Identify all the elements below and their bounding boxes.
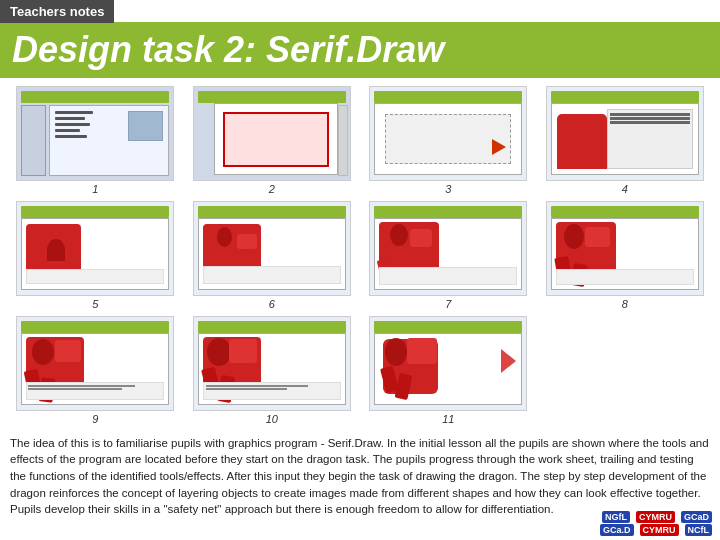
- description-area: The idea of this is to familiarise pupil…: [0, 429, 720, 522]
- thumb-number-11: 11: [442, 413, 454, 425]
- thumb-number-9: 9: [92, 413, 98, 425]
- thumb-number-8: 8: [622, 298, 628, 310]
- thumb-number-2: 2: [269, 183, 275, 195]
- thumb-number-6: 6: [269, 298, 275, 310]
- logo-cymru-2: CYMRU: [640, 524, 679, 536]
- thumbnail-11[interactable]: 11: [363, 316, 534, 425]
- thumb-number-10: 10: [266, 413, 278, 425]
- thumb-number-7: 7: [445, 298, 451, 310]
- thumb-number-5: 5: [92, 298, 98, 310]
- thumb-number-4: 4: [622, 183, 628, 195]
- thumbnail-5[interactable]: 5: [10, 201, 181, 310]
- thumbnail-3[interactable]: 3: [363, 86, 534, 195]
- teachers-notes-badge: Teachers notes: [0, 0, 114, 23]
- thumbnails-grid: 1 2 3: [0, 78, 720, 429]
- logo-gcad-2: GCa.D: [600, 524, 634, 536]
- logo-row-2: GCa.D CYMRU NCfL: [600, 524, 712, 536]
- thumbnail-6[interactable]: 6: [187, 201, 358, 310]
- thumbnail-9[interactable]: 9: [10, 316, 181, 425]
- thumbnail-10[interactable]: 10: [187, 316, 358, 425]
- logo-ngfl: NGfL: [602, 511, 630, 523]
- description-text: The idea of this is to familiarise pupil…: [10, 435, 710, 518]
- thumbnail-7[interactable]: 7: [363, 201, 534, 310]
- title-bar: Design task 2: Serif.Draw: [0, 22, 720, 78]
- thumbnail-4[interactable]: 4: [540, 86, 711, 195]
- page-title: Design task 2: Serif.Draw: [12, 30, 708, 70]
- thumb-number-3: 3: [445, 183, 451, 195]
- thumbnail-1[interactable]: 1: [10, 86, 181, 195]
- footer-logos: NGfL CYMRU GCaD GCa.D CYMRU NCfL: [600, 511, 712, 536]
- logo-row-1: NGfL CYMRU GCaD: [602, 511, 712, 523]
- thumb-number-1: 1: [92, 183, 98, 195]
- thumbnail-2[interactable]: 2: [187, 86, 358, 195]
- logo-ncfl: NCfL: [685, 524, 713, 536]
- thumbnail-8[interactable]: 8: [540, 201, 711, 310]
- logo-cymru-1: CYMRU: [636, 511, 675, 523]
- logo-gcad: GCaD: [681, 511, 712, 523]
